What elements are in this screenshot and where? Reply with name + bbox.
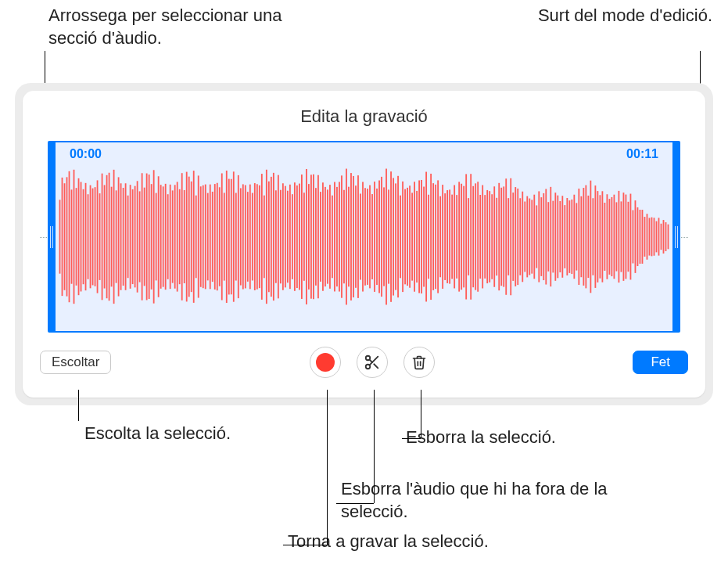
selection-handle-right[interactable]	[672, 221, 680, 253]
svg-rect-198	[524, 202, 525, 272]
svg-rect-46	[167, 194, 169, 279]
svg-rect-126	[355, 185, 357, 288]
delete-button[interactable]	[403, 347, 435, 378]
svg-rect-81	[249, 185, 251, 290]
waveform-area[interactable]: 00:00 00:11	[40, 141, 688, 333]
selection-end-time: 00:11	[626, 147, 658, 161]
svg-rect-23	[113, 170, 115, 304]
svg-rect-138	[383, 187, 385, 286]
svg-rect-223	[583, 188, 584, 286]
svg-rect-80	[247, 192, 249, 282]
svg-rect-241	[626, 195, 627, 279]
svg-rect-165	[446, 190, 448, 283]
svg-rect-253	[654, 218, 655, 255]
svg-rect-92	[275, 190, 277, 283]
svg-rect-233	[606, 194, 608, 279]
svg-rect-203	[536, 205, 537, 268]
svg-rect-65	[212, 192, 213, 282]
svg-rect-112	[322, 182, 324, 290]
svg-rect-227	[592, 198, 594, 275]
svg-rect-27	[123, 188, 124, 286]
svg-rect-135	[376, 189, 378, 285]
svg-rect-73	[231, 179, 232, 295]
svg-rect-187	[498, 183, 500, 290]
svg-rect-105	[306, 169, 307, 304]
svg-rect-26	[120, 183, 122, 290]
svg-rect-62	[205, 185, 206, 290]
svg-rect-137	[381, 177, 382, 297]
svg-rect-132	[369, 185, 371, 289]
selection-handle-left[interactable]	[48, 221, 56, 253]
svg-line-263	[374, 364, 378, 368]
svg-rect-8	[78, 178, 80, 295]
svg-rect-139	[386, 169, 387, 305]
svg-rect-108	[313, 175, 314, 300]
svg-rect-217	[568, 200, 570, 273]
svg-rect-10	[83, 189, 84, 284]
svg-rect-202	[533, 195, 535, 279]
svg-rect-39	[151, 184, 152, 290]
svg-rect-153	[418, 180, 420, 293]
scissors-icon	[364, 354, 381, 371]
svg-rect-5	[71, 189, 73, 283]
svg-rect-164	[444, 193, 446, 280]
svg-rect-41	[156, 193, 157, 281]
svg-rect-242	[628, 202, 629, 272]
leader-line	[421, 390, 421, 438]
svg-rect-182	[486, 190, 488, 283]
svg-rect-162	[439, 196, 441, 278]
svg-rect-51	[179, 189, 181, 284]
svg-rect-16	[97, 180, 99, 293]
svg-rect-97	[287, 191, 289, 283]
svg-rect-129	[362, 182, 364, 291]
svg-rect-52	[181, 173, 183, 300]
svg-rect-25	[118, 177, 120, 296]
svg-rect-149	[409, 185, 411, 287]
svg-rect-86	[261, 174, 263, 300]
svg-rect-18	[102, 174, 103, 300]
svg-rect-49	[174, 185, 176, 288]
svg-rect-196	[519, 198, 521, 275]
svg-rect-70	[224, 193, 225, 280]
callout-exit-edit: Surt del mode d'edició.	[533, 5, 712, 27]
svg-rect-251	[649, 218, 651, 255]
svg-rect-43	[160, 185, 162, 289]
svg-rect-109	[315, 188, 317, 286]
svg-rect-216	[566, 198, 568, 275]
svg-rect-118	[336, 187, 338, 286]
svg-rect-259	[668, 225, 669, 250]
leader-line	[327, 390, 328, 545]
svg-rect-205	[540, 197, 542, 276]
svg-rect-258	[665, 222, 667, 251]
svg-rect-104	[303, 193, 305, 281]
svg-rect-79	[245, 185, 246, 289]
svg-rect-59	[198, 175, 199, 297]
svg-rect-246	[637, 207, 639, 266]
svg-rect-248	[642, 210, 644, 264]
svg-rect-250	[647, 214, 648, 260]
callout-trim-outside: Esborra l'àudio que hi ha fora de la sel…	[341, 478, 654, 523]
svg-rect-237	[616, 202, 618, 271]
svg-rect-160	[435, 185, 436, 289]
svg-rect-188	[500, 188, 502, 286]
svg-rect-232	[604, 203, 605, 271]
svg-rect-99	[292, 194, 293, 279]
svg-rect-195	[517, 189, 518, 285]
svg-rect-117	[334, 182, 335, 292]
svg-rect-177	[475, 183, 476, 290]
svg-rect-101	[296, 185, 298, 288]
listen-button[interactable]: Escoltar	[40, 351, 111, 374]
waveform-icon	[59, 164, 669, 309]
svg-rect-243	[630, 194, 632, 280]
trim-button[interactable]	[357, 347, 388, 378]
svg-rect-168	[454, 185, 455, 289]
done-button[interactable]: Fet	[633, 351, 688, 374]
svg-rect-114	[327, 189, 328, 283]
svg-rect-40	[153, 170, 155, 303]
svg-rect-82	[252, 193, 253, 281]
svg-rect-74	[233, 171, 235, 301]
svg-rect-209	[550, 187, 551, 286]
svg-rect-98	[289, 185, 291, 289]
svg-rect-85	[259, 185, 260, 288]
record-button[interactable]	[310, 347, 341, 378]
